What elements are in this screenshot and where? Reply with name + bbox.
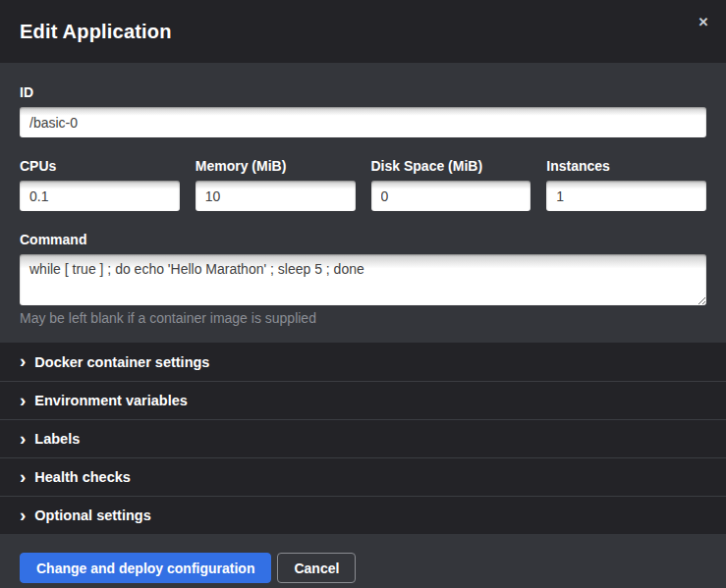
cpus-field-group: CPUs [20, 158, 180, 211]
id-label: ID [20, 84, 706, 100]
memory-label: Memory (MiB) [195, 158, 356, 174]
chevron-right-icon: › [20, 351, 26, 370]
disk-input[interactable] [371, 181, 531, 211]
resources-row: CPUs Memory (MiB) Disk Space (MiB) Insta… [20, 158, 706, 211]
id-field-group: ID [20, 84, 706, 137]
modal-header: Edit Application ✕ [0, 0, 726, 63]
section-label: Environment variables [34, 393, 188, 408]
modal-title: Edit Application [20, 21, 172, 43]
section-optional-settings[interactable]: › Optional settings [0, 496, 726, 534]
instances-label: Instances [546, 158, 706, 174]
change-and-deploy-button[interactable]: Change and deploy configuration [20, 553, 271, 583]
section-label: Labels [34, 431, 80, 447]
disk-label: Disk Space (MiB) [371, 158, 531, 174]
modal-footer: Change and deploy configuration Cancel [0, 534, 726, 588]
chevron-right-icon: › [20, 391, 26, 409]
id-input[interactable] [20, 107, 706, 137]
collapsible-sections: › Docker container settings › Environmen… [0, 343, 726, 534]
section-label: Health checks [34, 469, 131, 485]
cpus-label: CPUs [20, 158, 180, 174]
section-environment-variables[interactable]: › Environment variables [0, 381, 726, 419]
chevron-right-icon: › [20, 506, 26, 524]
section-labels[interactable]: › Labels [0, 419, 726, 457]
memory-input[interactable] [195, 181, 356, 211]
edit-application-modal: Edit Application ✕ ID CPUs Memory (MiB) … [0, 0, 726, 588]
close-icon: ✕ [698, 15, 709, 29]
cancel-button[interactable]: Cancel [277, 553, 356, 583]
section-health-checks[interactable]: › Health checks [0, 457, 726, 496]
section-label: Docker container settings [34, 354, 209, 370]
instances-field-group: Instances [546, 158, 706, 211]
section-label: Optional settings [34, 508, 150, 523]
section-docker-container-settings[interactable]: › Docker container settings [0, 343, 726, 381]
command-help-text: May be left blank if a container image i… [20, 310, 706, 326]
disk-field-group: Disk Space (MiB) [371, 158, 531, 211]
instances-input[interactable] [546, 181, 706, 211]
memory-field-group: Memory (MiB) [195, 158, 356, 211]
chevron-right-icon: › [20, 467, 26, 486]
chevron-right-icon: › [20, 429, 26, 448]
command-label: Command [20, 232, 706, 247]
command-field-group: Command while [ true ] ; do echo 'Hello … [20, 232, 706, 326]
command-textarea[interactable]: while [ true ] ; do echo 'Hello Marathon… [20, 254, 706, 305]
close-button[interactable]: ✕ [693, 12, 714, 33]
cpus-input[interactable] [20, 181, 180, 211]
application-form: ID CPUs Memory (MiB) Disk Space (MiB) In… [0, 63, 726, 343]
